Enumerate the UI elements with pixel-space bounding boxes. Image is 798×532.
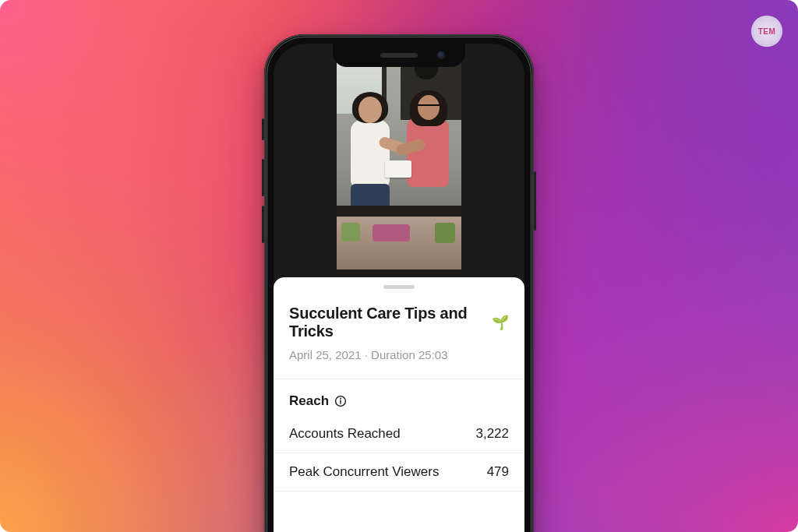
video-date: April 25, 2021 bbox=[289, 348, 362, 361]
gradient-background: TEM bbox=[0, 0, 798, 532]
speaker-grille bbox=[380, 53, 418, 58]
video-thumbnail[interactable] bbox=[337, 44, 461, 270]
phone-frame: Succulent Care Tips and Tricks 🌱 April 2… bbox=[264, 34, 534, 532]
stat-value: 3,222 bbox=[475, 426, 509, 442]
video-duration: Duration 25:03 bbox=[371, 348, 447, 361]
reach-header: Reach bbox=[289, 393, 509, 409]
volume-down-button bbox=[262, 206, 264, 243]
video-preview-area bbox=[274, 44, 524, 301]
divider bbox=[274, 453, 524, 453]
stat-label: Accounts Reached bbox=[289, 426, 401, 442]
video-meta: April 25, 2021 · Duration 25:03 bbox=[289, 348, 509, 361]
reach-label: Reach bbox=[289, 393, 329, 409]
stat-row-accounts-reached: Accounts Reached 3,222 bbox=[289, 426, 509, 442]
sheet-grabber[interactable] bbox=[383, 285, 415, 289]
divider bbox=[274, 379, 524, 379]
stat-value: 479 bbox=[487, 464, 509, 480]
stat-label: Peak Concurrent Viewers bbox=[289, 464, 439, 480]
watermark-text: TEM bbox=[758, 27, 776, 36]
info-icon[interactable] bbox=[334, 395, 347, 407]
volume-up-button bbox=[262, 159, 264, 196]
insights-sheet[interactable]: Succulent Care Tips and Tricks 🌱 April 2… bbox=[274, 277, 524, 532]
front-camera bbox=[437, 51, 445, 59]
mute-switch bbox=[262, 118, 264, 140]
meta-separator: · bbox=[362, 348, 372, 361]
video-title-text: Succulent Care Tips and Tricks bbox=[289, 305, 487, 340]
video-title: Succulent Care Tips and Tricks 🌱 bbox=[289, 305, 509, 340]
stat-row-peak-viewers: Peak Concurrent Viewers 479 bbox=[289, 464, 509, 480]
phone-notch bbox=[333, 44, 465, 67]
watermark-badge: TEM bbox=[751, 16, 782, 47]
svg-point-2 bbox=[340, 398, 341, 400]
seedling-icon: 🌱 bbox=[492, 314, 509, 331]
divider bbox=[274, 491, 524, 491]
power-button bbox=[534, 171, 536, 231]
phone-screen: Succulent Care Tips and Tricks 🌱 April 2… bbox=[274, 44, 524, 532]
